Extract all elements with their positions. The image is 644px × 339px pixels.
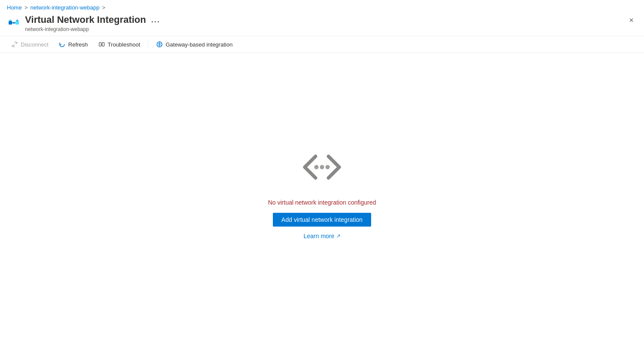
svg-marker-5 — [16, 19, 19, 21]
main-content: No virtual network integration configure… — [0, 53, 644, 332]
disconnect-button[interactable]: Disconnect — [7, 39, 53, 50]
empty-state-icon — [292, 146, 352, 189]
svg-point-3 — [13, 22, 15, 24]
refresh-button[interactable]: Refresh — [54, 39, 92, 50]
refresh-label: Refresh — [68, 41, 88, 48]
breadcrumb-sep1: > — [25, 4, 28, 11]
close-button[interactable]: × — [625, 14, 637, 27]
svg-point-14 — [325, 165, 330, 169]
learn-more-link[interactable]: Learn more ↗ — [303, 233, 341, 239]
more-options-button[interactable]: ... — [150, 15, 162, 25]
svg-rect-7 — [99, 43, 101, 46]
svg-marker-4 — [9, 19, 12, 21]
svg-rect-1 — [16, 21, 19, 25]
toolbar: Disconnect Refresh Troubleshoot Gateway-… — [0, 36, 644, 53]
svg-rect-8 — [102, 43, 104, 46]
add-vnet-integration-button[interactable]: Add virtual network integration — [273, 213, 371, 227]
page-title: Virtual Network Integration — [25, 14, 146, 25]
header-text-group: Virtual Network Integration ... network-… — [25, 14, 625, 32]
empty-state-message: No virtual network integration configure… — [268, 199, 376, 206]
svg-point-12 — [314, 165, 319, 169]
page-subtitle: network-integration-webapp — [25, 26, 625, 32]
breadcrumb-webapp[interactable]: network-integration-webapp — [30, 4, 99, 11]
external-link-icon: ↗ — [336, 233, 341, 239]
svg-point-6 — [14, 44, 15, 46]
vnet-icon — [7, 16, 21, 30]
svg-rect-0 — [9, 21, 12, 25]
page-title-row: Virtual Network Integration ... — [25, 14, 625, 25]
disconnect-icon — [11, 41, 18, 48]
gateway-icon — [156, 41, 163, 48]
breadcrumb-home[interactable]: Home — [7, 4, 22, 11]
toolbar-divider — [148, 40, 148, 49]
svg-point-13 — [320, 165, 324, 169]
page-header: Virtual Network Integration ... network-… — [0, 12, 644, 36]
refresh-icon — [59, 41, 66, 48]
learn-more-label: Learn more — [303, 233, 335, 239]
breadcrumb-sep2: > — [102, 4, 106, 11]
gateway-label: Gateway-based integration — [166, 41, 232, 48]
gateway-integration-button[interactable]: Gateway-based integration — [152, 39, 237, 50]
disconnect-label: Disconnect — [21, 41, 48, 48]
troubleshoot-icon — [98, 41, 105, 48]
troubleshoot-label: Troubleshoot — [108, 41, 140, 48]
troubleshoot-button[interactable]: Troubleshoot — [94, 39, 144, 50]
breadcrumb: Home > network-integration-webapp > — [0, 0, 644, 12]
